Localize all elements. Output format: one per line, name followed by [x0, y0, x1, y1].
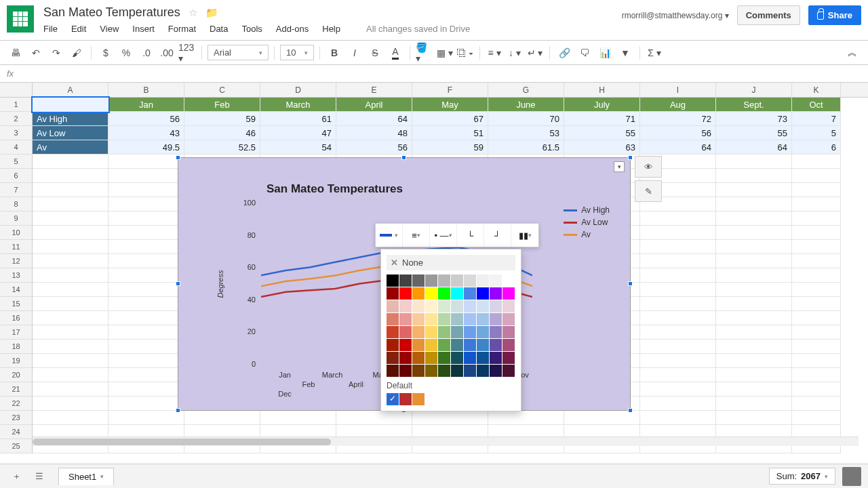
doc-title[interactable]: San Mateo Temperatures	[43, 5, 180, 20]
cell[interactable]	[33, 396, 108, 411]
color-swatch[interactable]	[477, 365, 489, 377]
cell[interactable]	[792, 254, 841, 268]
cell[interactable]	[640, 325, 716, 340]
color-swatch[interactable]	[438, 365, 450, 377]
menu-addons[interactable]: Add-ons	[276, 24, 309, 34]
menu-edit[interactable]: Edit	[71, 24, 86, 34]
color-swatch[interactable]	[464, 274, 476, 287]
cell[interactable]: 56	[336, 140, 412, 155]
menu-format[interactable]: Format	[168, 24, 196, 34]
cell[interactable]	[33, 382, 108, 396]
row-header[interactable]: 15	[0, 297, 32, 311]
color-swatch[interactable]	[387, 300, 399, 312]
color-swatch[interactable]	[490, 287, 502, 300]
bold-icon[interactable]: B	[326, 44, 343, 62]
cell[interactable]: 59	[184, 112, 260, 126]
cell[interactable]	[33, 169, 108, 183]
cell[interactable]: Jan	[108, 98, 184, 112]
v-align-icon[interactable]: ↓ ▾	[506, 44, 524, 62]
cell[interactable]	[108, 155, 184, 169]
row-header[interactable]: 2	[0, 112, 32, 126]
cell[interactable]	[792, 226, 841, 240]
col-header[interactable]: G	[488, 83, 564, 97]
color-swatch[interactable]	[490, 313, 502, 325]
cell[interactable]: 67	[412, 112, 488, 126]
cell[interactable]	[792, 268, 841, 283]
cell[interactable]: June	[488, 98, 564, 112]
sheet-tab[interactable]: Sheet1▾	[58, 468, 114, 485]
color-swatch[interactable]	[502, 365, 515, 377]
cell[interactable]	[108, 240, 184, 254]
color-swatch[interactable]	[412, 339, 425, 351]
color-swatch[interactable]	[425, 287, 437, 300]
formula-bar[interactable]: fx	[0, 65, 868, 83]
row-header[interactable]: 6	[0, 169, 32, 183]
cell[interactable]	[792, 325, 841, 340]
color-swatch[interactable]	[490, 326, 502, 338]
color-swatch[interactable]	[412, 365, 425, 377]
cell[interactable]	[640, 268, 716, 283]
cell[interactable]	[716, 325, 792, 340]
cell[interactable]	[716, 240, 792, 254]
color-swatch[interactable]	[451, 274, 463, 287]
cell[interactable]: 70	[488, 112, 564, 126]
cell[interactable]	[33, 226, 108, 240]
cell[interactable]	[716, 155, 792, 169]
color-swatch[interactable]	[438, 326, 450, 338]
cell[interactable]	[792, 311, 841, 325]
star-icon[interactable]: ☆	[189, 7, 197, 19]
cell[interactable]	[792, 368, 841, 382]
horizontal-scrollbar[interactable]	[33, 436, 859, 446]
cell[interactable]	[33, 268, 108, 283]
cell[interactable]	[33, 297, 108, 311]
cell[interactable]: March	[260, 98, 336, 112]
cell[interactable]	[792, 354, 841, 368]
cell[interactable]	[108, 396, 184, 411]
row-header[interactable]: 12	[0, 254, 32, 268]
cell[interactable]: 51	[412, 126, 488, 140]
cell[interactable]	[640, 283, 716, 297]
color-swatch[interactable]	[387, 274, 399, 287]
color-swatch[interactable]	[502, 274, 515, 287]
row-header[interactable]: 14	[0, 283, 32, 297]
cell[interactable]	[108, 325, 184, 340]
cell[interactable]: July	[564, 98, 640, 112]
color-swatch[interactable]	[399, 274, 412, 287]
color-swatch[interactable]	[399, 352, 412, 364]
color-swatch[interactable]	[412, 326, 425, 338]
row-header[interactable]: 25	[0, 439, 32, 453]
cell[interactable]: 54	[260, 140, 336, 155]
text-color-icon[interactable]: A	[387, 44, 404, 62]
color-swatch[interactable]	[477, 352, 489, 364]
color-swatch[interactable]	[477, 300, 489, 312]
cell[interactable]	[33, 240, 108, 254]
color-swatch[interactable]	[412, 313, 425, 325]
cell[interactable]	[716, 169, 792, 183]
cell[interactable]	[716, 226, 792, 240]
cell[interactable]	[716, 283, 792, 297]
format-percent-icon[interactable]: %	[117, 44, 135, 62]
color-swatch[interactable]	[502, 326, 515, 338]
cell[interactable]: Sept.	[716, 98, 792, 112]
menu-file[interactable]: File	[43, 24, 58, 34]
h-align-icon[interactable]: ≡ ▾	[486, 44, 503, 62]
cell[interactable]: 64	[640, 140, 716, 155]
borders-icon[interactable]: ▦ ▾	[436, 44, 454, 62]
color-swatch[interactable]	[438, 339, 450, 351]
cell[interactable]	[792, 155, 841, 169]
more-formats-icon[interactable]: 123 ▾	[178, 44, 196, 62]
comments-button[interactable]: Comments	[737, 5, 800, 25]
cell[interactable]	[33, 411, 108, 425]
axis-right-button[interactable]: ┘	[484, 224, 511, 247]
default-color-swatch[interactable]	[387, 393, 399, 405]
cell[interactable]	[640, 340, 716, 354]
functions-icon[interactable]: Σ ▾	[646, 44, 663, 62]
cell[interactable]	[640, 354, 716, 368]
row-header[interactable]: 17	[0, 325, 32, 340]
row-header[interactable]: 22	[0, 396, 32, 411]
redo-icon[interactable]: ↷	[47, 44, 65, 62]
color-swatch[interactable]	[477, 326, 489, 338]
color-none-option[interactable]: ✕None	[387, 255, 515, 270]
color-swatch[interactable]	[438, 274, 450, 287]
cell[interactable]: 7	[792, 112, 841, 126]
